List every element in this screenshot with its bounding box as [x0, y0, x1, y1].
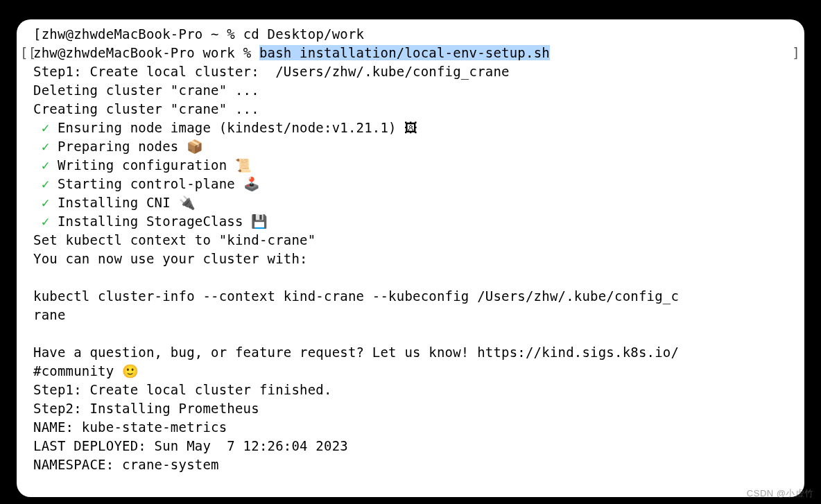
output-namespace: NAMESPACE: crane-system — [33, 455, 788, 474]
check-emoji-icon: 🔌 — [179, 195, 196, 210]
output-step1-finished: Step1: Create local cluster finished. — [33, 381, 788, 399]
smile-icon: 🙂 — [122, 364, 139, 379]
prompt-line-1: [zhw@zhwdeMacBook-Pro ~ % cd Desktop/wor… — [33, 25, 788, 44]
output-question-2: #community 🙂 — [33, 362, 788, 381]
check-icon: ✓ — [42, 157, 50, 173]
check-text: Ensuring node image (kindest/node:v1.21.… — [58, 120, 404, 135]
check-emoji-icon: 💾 — [251, 214, 268, 229]
terminal-window[interactable]: [zhw@zhwdeMacBook-Pro ~ % cd Desktop/wor… — [17, 19, 804, 497]
blank-line — [33, 268, 788, 287]
check-line: ✓ Starting control-plane 🕹️ — [33, 175, 788, 193]
check-line: ✓ Ensuring node image (kindest/node:v1.2… — [33, 119, 788, 137]
check-text: Writing configuration — [58, 157, 235, 173]
bracket-left: [[ — [20, 44, 36, 62]
output-last-deployed: LAST DEPLOYED: Sun May 7 12:26:04 2023 — [33, 437, 788, 455]
output-kubectl-2: rane — [33, 306, 788, 324]
dir: work — [202, 45, 235, 60]
output-set-context: Set kubectl context to "kind-crane" — [33, 231, 788, 250]
prompt-symbol: % — [243, 45, 252, 60]
check-text: Installing CNI — [58, 195, 179, 210]
check-icon: ✓ — [42, 214, 50, 229]
check-icon: ✓ — [42, 120, 50, 135]
check-line: ✓ Installing StorageClass 💾 — [33, 212, 788, 231]
check-text: Installing StorageClass — [58, 214, 251, 229]
check-line: ✓ Installing CNI 🔌 — [33, 193, 788, 212]
prompt-line-2: [[zhw@zhwdeMacBook-Pro work % bash insta… — [33, 44, 788, 62]
blank-line — [33, 324, 788, 343]
output-question-1: Have a question, bug, or feature request… — [33, 343, 788, 362]
bracket-right: ] — [792, 44, 800, 62]
output-step2: Step2: Installing Prometheus — [33, 399, 788, 418]
highlighted-command: bash installation/local-env-setup.sh — [259, 45, 550, 60]
check-emoji-icon: 🖼 — [404, 121, 417, 135]
check-icon: ✓ — [42, 139, 50, 154]
check-line: ✓ Preparing nodes 📦 — [33, 137, 788, 156]
user-host: zhw@zhwdeMacBook-Pro — [33, 45, 195, 60]
prompt-symbol: % — [227, 26, 235, 42]
output-name: NAME: kube-state-metrics — [33, 418, 788, 437]
watermark: CSDN @小虚竹 — [747, 484, 814, 503]
output-kubectl-1: kubectl cluster-info --context kind-cran… — [33, 287, 788, 306]
output-creating: Creating cluster "crane" ... — [33, 100, 788, 119]
check-icon: ✓ — [42, 195, 50, 210]
output-use-cluster: You can now use your cluster with: — [33, 250, 788, 268]
check-emoji-icon: 📜 — [235, 158, 252, 173]
question-pre: #community — [33, 363, 122, 379]
check-text: Preparing nodes — [58, 139, 187, 154]
dir: ~ — [211, 26, 219, 42]
check-icon: ✓ — [42, 176, 50, 191]
check-text: Starting control-plane — [58, 176, 243, 191]
output-deleting: Deleting cluster "crane" ... — [33, 81, 788, 100]
bracket: [ — [33, 26, 42, 42]
check-emoji-icon: 🕹️ — [243, 177, 260, 191]
user-host: zhw@zhwdeMacBook-Pro — [42, 26, 203, 42]
check-emoji-icon: 📦 — [187, 139, 203, 154]
command-text: cd Desktop/work — [243, 26, 365, 42]
output-step1-header: Step1: Create local cluster: /Users/zhw/… — [33, 62, 788, 81]
check-line: ✓ Writing configuration 📜 — [33, 156, 788, 175]
